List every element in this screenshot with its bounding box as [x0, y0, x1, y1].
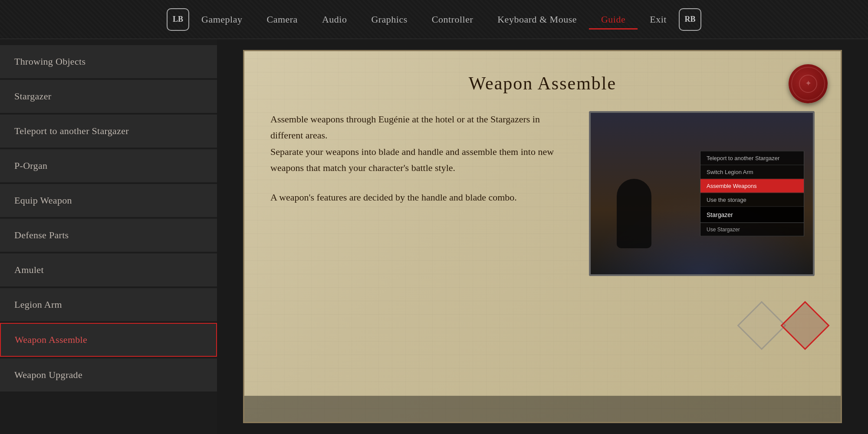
- game-menu-item-2: Assemble Weapons: [700, 179, 804, 193]
- sidebar-item-p-organ[interactable]: P-Organ: [0, 149, 217, 182]
- svg-point-0: [799, 75, 817, 92]
- character-silhouette: [617, 179, 651, 248]
- sidebar-item-weapon-upgrade[interactable]: Weapon Upgrade: [0, 358, 217, 391]
- game-menu-item-3: Use the storage: [700, 193, 804, 207]
- nav-items-container: LB Gameplay Camera Audio Graphics Contro…: [167, 8, 701, 31]
- active-indicator: [0, 336, 1, 344]
- nav-item-graphics[interactable]: Graphics: [359, 10, 419, 30]
- sidebar-item-amulet[interactable]: Amulet: [0, 253, 217, 286]
- top-navigation: LB Gameplay Camera Audio Graphics Contro…: [0, 0, 868, 39]
- nav-item-guide[interactable]: Guide: [589, 10, 638, 30]
- lb-button[interactable]: LB: [167, 8, 189, 31]
- nav-item-keyboard-mouse[interactable]: Keyboard & Mouse: [485, 10, 589, 30]
- sidebar-item-equip-weapon[interactable]: Equip Weapon: [0, 184, 217, 217]
- guide-title: Weapon Assemble: [270, 73, 815, 94]
- content-area: ✦ Weapon Assemble Assemble weapons throu…: [217, 39, 868, 434]
- sidebar-item-legion-arm[interactable]: Legion Arm: [0, 288, 217, 321]
- guide-card: ✦ Weapon Assemble Assemble weapons throu…: [243, 50, 842, 423]
- main-content: Throwing Objects Stargazer Teleport to a…: [0, 39, 868, 434]
- guide-paragraph-1: Assemble weapons through Eugénie at the …: [270, 111, 572, 176]
- sidebar-item-throwing-objects[interactable]: Throwing Objects: [0, 45, 217, 78]
- wax-seal: ✦: [789, 64, 828, 103]
- game-menu-overlay: Teleport to another Stargazer Switch Leg…: [700, 151, 804, 237]
- nav-item-audio[interactable]: Audio: [310, 10, 359, 30]
- svg-text:✦: ✦: [805, 79, 812, 88]
- sidebar-item-stargazer[interactable]: Stargazer: [0, 80, 217, 113]
- game-menu-action: Use Stargazer: [700, 223, 804, 236]
- sidebar-item-defense-parts[interactable]: Defense Parts: [0, 219, 217, 252]
- guide-card-bottom: [244, 396, 841, 422]
- guide-paragraph-2: A weapon's features are decided by the h…: [270, 189, 572, 205]
- guide-text: Assemble weapons through Eugénie at the …: [270, 111, 572, 400]
- guide-screenshot: Teleport to another Stargazer Switch Leg…: [589, 111, 815, 276]
- nav-item-controller[interactable]: Controller: [420, 10, 485, 30]
- sidebar-item-teleport[interactable]: Teleport to another Stargazer: [0, 115, 217, 148]
- game-scene: Teleport to another Stargazer Switch Leg…: [591, 113, 813, 274]
- sidebar-item-weapon-assemble[interactable]: Weapon Assemble: [0, 323, 217, 357]
- game-menu-item-1: Switch Legion Arm: [700, 165, 804, 179]
- game-menu-location: Stargazer: [700, 207, 804, 223]
- nav-item-gameplay[interactable]: Gameplay: [189, 10, 254, 30]
- sidebar: Throwing Objects Stargazer Teleport to a…: [0, 39, 217, 434]
- rb-button[interactable]: RB: [679, 8, 701, 31]
- game-menu-item-0: Teleport to another Stargazer: [700, 151, 804, 165]
- nav-item-exit[interactable]: Exit: [638, 10, 679, 30]
- nav-item-camera[interactable]: Camera: [254, 10, 309, 30]
- guide-body: Assemble weapons through Eugénie at the …: [270, 111, 815, 400]
